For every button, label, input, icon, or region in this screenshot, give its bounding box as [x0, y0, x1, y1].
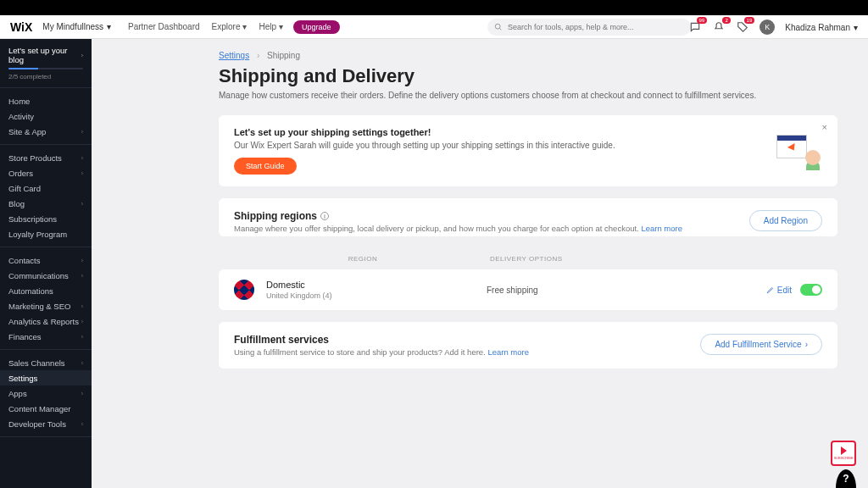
nav-partner-dashboard[interactable]: Partner Dashboard [128, 22, 200, 31]
close-icon[interactable]: × [822, 122, 827, 132]
site-name: My Mindfullness [42, 22, 103, 31]
guide-desc: Our Wix Expert Sarah will guide you thro… [234, 141, 615, 150]
sidebar-item-label: Contacts [8, 256, 41, 265]
breadcrumb-current: Shipping [267, 51, 300, 60]
sidebar-item-subscriptions[interactable]: Subscriptions [0, 211, 92, 226]
tag-icon[interactable]: 19 [736, 20, 749, 34]
sidebar-item-blog[interactable]: Blog› [0, 196, 92, 211]
sidebar-item-label: Analytics & Reports [8, 317, 79, 326]
sidebar-item-label: Marketing & SEO [8, 302, 70, 311]
chevron-right-icon: › [81, 319, 83, 324]
sidebar-item-analytics-reports[interactable]: Analytics & Reports› [0, 313, 92, 329]
chevron-right-icon: › [81, 129, 83, 135]
sidebar-item-label: Content Manager [8, 404, 70, 413]
nav-explore[interactable]: Explore▾ [212, 22, 248, 31]
chevron-down-icon: ▾ [279, 22, 283, 31]
chevron-right-icon: › [81, 391, 83, 396]
sidebar-setup-link[interactable]: Let's set up your blog › [0, 39, 92, 68]
sidebar-item-sales-channels[interactable]: Sales Channels› [0, 355, 92, 370]
top-icon-tray: 99 2 19 K Khadiza Rahman ▾ [688, 15, 858, 39]
svg-point-0 [495, 24, 500, 29]
region-sub: United Kingdom (4) [266, 291, 487, 300]
regions-desc: Manage where you offer shipping, local d… [234, 224, 682, 233]
start-guide-button[interactable]: Start Guide [234, 158, 297, 175]
fulfillment-card: Fulfillment services Using a fulfillment… [219, 322, 837, 369]
edit-region-link[interactable]: Edit [766, 286, 792, 295]
badge: 19 [744, 17, 755, 24]
chevron-right-icon: › [81, 155, 83, 161]
add-fulfillment-button[interactable]: Add Fulfillment Service › [700, 334, 822, 355]
region-delivery: Free shipping [487, 286, 766, 295]
sidebar-item-label: Developer Tools [8, 419, 66, 429]
regions-title: Shipping regions i [234, 210, 682, 222]
sidebar: Let's set up your blog › 2/5 completed H… [0, 39, 92, 488]
sidebar-item-site-app[interactable]: Site & App› [0, 124, 92, 139]
chevron-down-icon: ▾ [854, 23, 858, 32]
setup-progress [8, 68, 83, 69]
upgrade-button[interactable]: Upgrade [293, 20, 340, 34]
sidebar-item-settings[interactable]: Settings [0, 370, 92, 385]
chat-icon[interactable]: 99 [688, 20, 702, 34]
sidebar-item-developer-tools[interactable]: Developer Tools› [0, 416, 92, 431]
sidebar-item-home[interactable]: Home [0, 93, 92, 108]
svg-line-1 [499, 28, 501, 30]
chevron-right-icon: › [81, 170, 83, 176]
shipping-regions-card: Shipping regions i Manage where you offe… [219, 198, 837, 236]
breadcrumb: Settings › Shipping [219, 51, 837, 60]
avatar[interactable]: K [760, 19, 775, 35]
sidebar-item-contacts[interactable]: Contacts› [0, 252, 92, 268]
chevron-right-icon: › [81, 334, 83, 340]
site-selector[interactable]: My Mindfullness ▾ [42, 22, 111, 31]
sidebar-item-communications[interactable]: Communications› [0, 268, 92, 283]
wix-logo[interactable]: WiX [10, 20, 32, 34]
sidebar-item-gift-card[interactable]: Gift Card [0, 180, 92, 196]
region-name: Domestic [266, 280, 487, 290]
chevron-right-icon: › [81, 303, 83, 309]
learn-more-link[interactable]: Learn more [641, 224, 682, 233]
search-bar[interactable] [487, 19, 691, 36]
guide-card: Let's set up your shipping settings toge… [219, 115, 837, 186]
add-region-button[interactable]: Add Region [749, 210, 822, 231]
sidebar-item-label: Orders [8, 169, 33, 178]
nav-help[interactable]: Help▾ [259, 22, 283, 31]
sidebar-item-activity[interactable]: Activity [0, 108, 92, 124]
info-icon[interactable]: i [320, 212, 329, 220]
chevron-down-icon: ▾ [242, 22, 247, 31]
subscribe-widget[interactable]: SUBSCRIBE [831, 441, 856, 466]
sidebar-item-apps[interactable]: Apps› [0, 385, 92, 401]
pencil-icon [766, 286, 775, 294]
sidebar-item-marketing-seo[interactable]: Marketing & SEO› [0, 298, 92, 313]
chevron-right-icon: › [81, 273, 83, 279]
topbar: WiX My Mindfullness ▾ Partner Dashboard … [0, 15, 868, 39]
bell-icon[interactable]: 2 [712, 20, 726, 34]
sidebar-item-content-manager[interactable]: Content Manager [0, 401, 92, 416]
page-subtitle: Manage how customers receive their order… [219, 91, 837, 100]
progress-label: 2/5 completed [0, 73, 92, 88]
sidebar-item-label: Blog [8, 199, 25, 208]
regions-table-head: REGION DELIVERY OPTIONS [219, 248, 837, 269]
col-region: REGION [236, 255, 490, 263]
region-row[interactable]: Domestic United Kingdom (4) Free shippin… [219, 269, 837, 310]
search-icon [494, 23, 503, 31]
username-dropdown[interactable]: Khadiza Rahman ▾ [785, 23, 858, 32]
sidebar-item-label: Finances [8, 332, 42, 341]
region-toggle[interactable] [800, 284, 822, 296]
search-input[interactable] [508, 23, 684, 31]
sidebar-item-store-products[interactable]: Store Products› [0, 150, 92, 165]
sidebar-item-label: Settings [8, 374, 37, 383]
sidebar-item-label: Sales Channels [8, 358, 65, 368]
sidebar-item-label: Gift Card [8, 184, 41, 193]
sidebar-item-label: Home [8, 97, 30, 106]
sidebar-item-label: Subscriptions [8, 214, 57, 224]
sidebar-item-finances[interactable]: Finances› [0, 329, 92, 344]
chevron-right-icon: › [257, 51, 259, 60]
sidebar-item-automations[interactable]: Automations [0, 283, 92, 298]
subscribe-label: SUBSCRIBE [833, 456, 853, 460]
chevron-right-icon: › [805, 340, 808, 349]
learn-more-link[interactable]: Learn more [487, 347, 529, 357]
sidebar-item-loyalty-program[interactable]: Loyalty Program [0, 226, 92, 241]
breadcrumb-settings[interactable]: Settings [219, 51, 249, 60]
badge: 2 [722, 17, 731, 24]
sidebar-item-orders[interactable]: Orders› [0, 165, 92, 180]
chevron-right-icon: › [81, 421, 83, 427]
